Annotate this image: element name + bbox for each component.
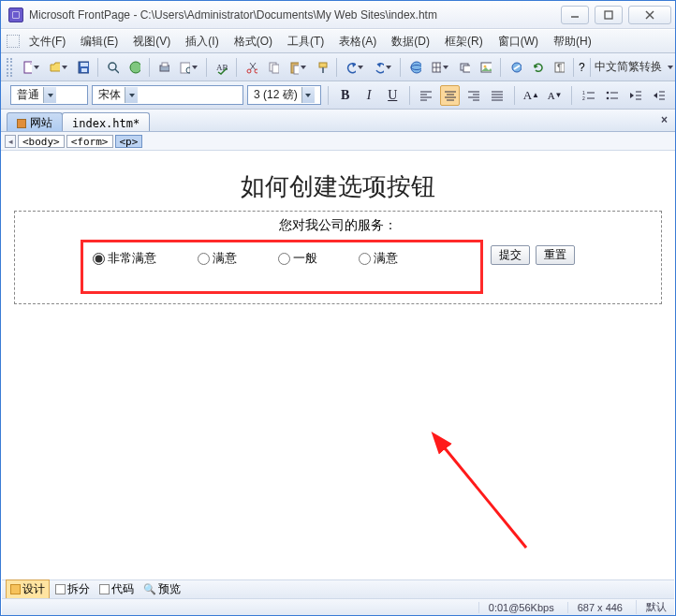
web-component-button[interactable]	[405, 57, 425, 78]
radio-input-1[interactable]	[93, 253, 105, 265]
numbered-list-button[interactable]: 12	[579, 85, 598, 106]
standard-toolbar: ABC ¶ ? 中文简繁转换	[1, 53, 675, 81]
view-code[interactable]: 代码	[96, 580, 138, 598]
tag-selector-bar: ◂ <body> <form> <p>	[1, 132, 675, 151]
menu-format[interactable]: 格式(O)	[228, 32, 278, 51]
view-design-label: 设计	[22, 581, 45, 597]
align-center-button[interactable]	[440, 85, 460, 106]
formatting-toolbar: 普通 宋体 3 (12 磅) B I U A▲ A▼ 12	[1, 81, 675, 110]
svg-point-19	[255, 69, 257, 73]
paste-button[interactable]	[285, 57, 311, 78]
view-preview[interactable]: 🔍预览	[140, 580, 184, 598]
document-tabs: 网站 index.htm* ×	[1, 110, 675, 132]
align-justify-button[interactable]	[488, 85, 507, 106]
svg-point-18	[247, 69, 251, 73]
radio-label-3: 一般	[293, 250, 317, 267]
maximize-button[interactable]	[595, 6, 623, 24]
outdent-button[interactable]	[626, 85, 646, 106]
size-combo[interactable]: 3 (12 磅)	[247, 85, 321, 105]
radio-option-2[interactable]: 满意	[198, 250, 237, 267]
toolbar-grip-icon[interactable]	[7, 58, 12, 77]
form-prompt[interactable]: 您对我公司的服务：	[21, 215, 655, 240]
bullet-list-button[interactable]	[602, 85, 622, 106]
radio-input-2[interactable]	[198, 253, 210, 265]
menu-window[interactable]: 窗口(W)	[492, 32, 544, 51]
svg-rect-33	[463, 66, 470, 72]
svg-text:ABC: ABC	[216, 63, 228, 72]
font-combo[interactable]: 宋体	[92, 85, 243, 105]
preview-icon: 🔍	[143, 583, 156, 595]
radio-option-1[interactable]: 非常满意	[93, 250, 156, 267]
minimize-button[interactable]	[561, 6, 589, 24]
font-value: 宋体	[98, 87, 121, 103]
new-button[interactable]	[18, 57, 44, 78]
cn-convert-label: 中文简繁转换	[591, 59, 666, 75]
window-title: Microsoft FrontPage - C:\Users\Administr…	[29, 8, 561, 22]
reset-button[interactable]: 重置	[536, 245, 575, 265]
menu-data[interactable]: 数据(D)	[386, 32, 435, 51]
close-button[interactable]	[628, 6, 671, 24]
search-button[interactable]	[102, 57, 122, 78]
spellcheck-button[interactable]: ABC	[212, 57, 231, 78]
status-mode: 默认	[636, 600, 667, 614]
tab-file-label: index.htm*	[72, 117, 140, 130]
help-icon[interactable]: ?	[579, 61, 585, 74]
increase-font-button[interactable]: A▲	[522, 85, 541, 106]
align-right-button[interactable]	[463, 85, 483, 106]
copy-button[interactable]	[263, 57, 283, 78]
menu-insert[interactable]: 插入(I)	[180, 32, 224, 51]
menu-edit[interactable]: 编辑(E)	[75, 32, 124, 51]
indent-button[interactable]	[650, 85, 669, 106]
radio-option-4[interactable]: 满意	[359, 250, 398, 267]
menu-frames[interactable]: 框架(R)	[439, 32, 489, 51]
tag-form[interactable]: <form>	[66, 135, 113, 148]
tag-p[interactable]: <p>	[115, 135, 143, 148]
align-left-button[interactable]	[417, 85, 436, 106]
radio-option-3[interactable]: 一般	[278, 250, 317, 267]
menu-view[interactable]: 视图(V)	[127, 32, 176, 51]
publish-button[interactable]	[125, 57, 144, 78]
italic-button[interactable]: I	[359, 85, 378, 106]
print-button[interactable]	[154, 57, 173, 78]
radio-input-4[interactable]	[359, 253, 371, 265]
open-button[interactable]	[45, 57, 71, 78]
undo-button[interactable]	[342, 57, 368, 78]
menu-file[interactable]: 文件(F)	[23, 32, 71, 51]
tab-file[interactable]: index.htm*	[62, 112, 150, 131]
picture-button[interactable]	[476, 57, 495, 78]
editor-area[interactable]: 如何创建选项按钮 您对我公司的服务： 非常满意 满意 一般 满意 提交 重置	[2, 156, 674, 579]
status-dimensions: 687 x 446	[567, 602, 623, 613]
refresh-button[interactable]	[527, 57, 547, 78]
underline-button[interactable]: U	[383, 85, 403, 106]
style-combo[interactable]: 普通	[10, 85, 88, 105]
menu-help[interactable]: 帮助(H)	[548, 32, 597, 51]
cut-button[interactable]	[242, 57, 261, 78]
hyperlink-button[interactable]	[506, 57, 525, 78]
preview-button[interactable]	[175, 57, 201, 78]
radio-input-3[interactable]	[278, 253, 290, 265]
tab-close-button[interactable]: ×	[661, 113, 668, 126]
cn-convert-button[interactable]: 中文简繁转换	[595, 57, 669, 78]
tag-body[interactable]: <body>	[18, 135, 65, 148]
submit-button[interactable]: 提交	[491, 245, 530, 265]
decrease-font-button[interactable]: A▼	[545, 85, 565, 106]
menu-table[interactable]: 表格(A)	[333, 32, 382, 51]
menu-tools[interactable]: 工具(T)	[282, 32, 330, 51]
format-painter-button[interactable]	[312, 57, 331, 78]
crumb-prev-button[interactable]: ◂	[5, 135, 16, 148]
radio-group-highlight: 非常满意 满意 一般 满意	[81, 240, 483, 294]
bold-button[interactable]: B	[335, 85, 355, 106]
save-button[interactable]	[73, 57, 93, 78]
redo-button[interactable]	[369, 57, 395, 78]
view-split-label: 拆分	[67, 581, 90, 597]
tab-site[interactable]: 网站	[7, 112, 63, 131]
view-design[interactable]: 设计	[6, 579, 50, 599]
page-heading[interactable]: 如何创建选项按钮	[8, 163, 668, 207]
view-split[interactable]: 拆分	[51, 580, 94, 598]
table-button[interactable]	[427, 57, 453, 78]
layer-button[interactable]	[454, 57, 474, 78]
svg-rect-1	[605, 11, 612, 19]
view-preview-label: 预览	[158, 581, 181, 597]
svg-text:¶: ¶	[557, 63, 562, 73]
stop-button[interactable]: ¶	[549, 57, 568, 78]
